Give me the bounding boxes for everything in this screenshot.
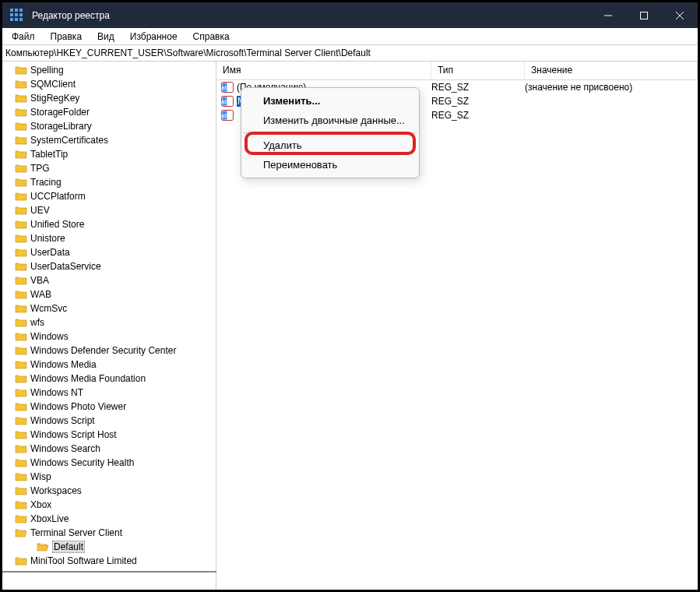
- tree-item[interactable]: UserDataService: [2, 259, 216, 273]
- tree-item-label: UCCPlatform: [30, 191, 86, 202]
- tree-item[interactable]: Windows Media Foundation: [2, 372, 216, 386]
- tree-item[interactable]: Tracing: [2, 175, 216, 189]
- value-data: (значение не присвоено): [525, 82, 698, 93]
- tree-item-label: Spelling: [30, 65, 64, 76]
- tree-item[interactable]: StorageFolder: [2, 105, 216, 119]
- tree-item-label: Windows Media: [30, 359, 97, 370]
- tree-item-label: Xbox: [30, 499, 51, 510]
- tree-item[interactable]: Windows NT: [2, 386, 216, 400]
- tree-item-label: StorageFolder: [30, 107, 90, 118]
- ctx-delete[interactable]: Удалить: [241, 136, 419, 155]
- tree-item[interactable]: VBA: [2, 273, 216, 287]
- tree-item[interactable]: Xbox: [2, 498, 216, 512]
- menu-view[interactable]: Вид: [90, 30, 122, 44]
- close-button[interactable]: [662, 2, 698, 28]
- address-path: Компьютер\HKEY_CURRENT_USER\Software\Mic…: [5, 48, 371, 58]
- tree-item-label: Windows Defender Security Center: [30, 345, 176, 356]
- value-type: REG_SZ: [431, 82, 525, 93]
- tree-item[interactable]: Windows Defender Security Center: [2, 344, 216, 358]
- menu-edit[interactable]: Правка: [43, 30, 90, 44]
- tree-item[interactable]: WAB: [2, 287, 216, 301]
- tree-item[interactable]: SystemCertificates: [2, 133, 216, 147]
- app-icon: [10, 9, 24, 23]
- svg-text:ab: ab: [221, 112, 228, 119]
- tree-item-label: SQMClient: [30, 79, 76, 90]
- minimize-icon: [604, 12, 612, 19]
- ctx-modify[interactable]: Изменить...: [241, 91, 419, 111]
- tree-item[interactable]: XboxLive: [2, 512, 216, 526]
- tree-item-label: Windows Search: [30, 443, 100, 454]
- values-panel[interactable]: Имя Тип Значение ab(По умолчанию)REG_SZ(…: [216, 62, 698, 590]
- menu-help[interactable]: Справка: [185, 30, 237, 44]
- tree-item[interactable]: WcmSvc: [2, 301, 216, 315]
- tree-item[interactable]: TPG: [2, 161, 216, 175]
- tree-item-label: Default: [52, 541, 85, 553]
- ctx-rename[interactable]: Переименовать: [241, 155, 419, 174]
- tree-item[interactable]: Windows Script: [2, 414, 216, 428]
- tree-item-label: Windows NT: [30, 387, 83, 398]
- tree-item-label: Windows: [30, 331, 69, 342]
- tree-item[interactable]: Windows Security Health: [2, 456, 216, 470]
- tree-item[interactable]: StigRegKey: [2, 91, 216, 105]
- tree-item[interactable]: Wisp: [2, 470, 216, 484]
- col-header-name[interactable]: Имя: [216, 62, 431, 79]
- tree-item[interactable]: Default: [2, 540, 216, 554]
- tree-item-label: Workspaces: [30, 485, 82, 496]
- svg-rect-1: [641, 12, 648, 19]
- menu-file[interactable]: Файл: [4, 30, 43, 44]
- tree-item-label: StigRegKey: [30, 93, 79, 104]
- tree-item[interactable]: Unified Store: [2, 217, 216, 231]
- tree-item[interactable]: Windows Script Host: [2, 428, 216, 442]
- tree-item[interactable]: Spelling: [2, 63, 216, 77]
- tree-item-label: SystemCertificates: [30, 135, 108, 146]
- tree-item[interactable]: Unistore: [2, 231, 216, 245]
- tree-item[interactable]: Terminal Server Client: [2, 526, 216, 540]
- tree-panel[interactable]: SpellingSQMClientStigRegKeyStorageFolder…: [2, 62, 216, 590]
- tree-item-label: Windows Photo Viewer: [30, 401, 126, 412]
- tree-item[interactable]: UserData: [2, 245, 216, 259]
- tree-item[interactable]: Windows Photo Viewer: [2, 400, 216, 414]
- tree-item-label: Windows Security Health: [30, 457, 134, 468]
- tree-item[interactable]: TabletTip: [2, 147, 216, 161]
- tree-item-label: Unified Store: [30, 219, 84, 230]
- tree-item-label: Windows Script: [30, 415, 95, 426]
- col-header-value[interactable]: Значение: [525, 62, 698, 79]
- maximize-button[interactable]: [626, 2, 662, 28]
- value-type: REG_SZ: [431, 110, 525, 121]
- address-bar[interactable]: Компьютер\HKEY_CURRENT_USER\Software\Mic…: [2, 44, 698, 62]
- tree-item[interactable]: wfs: [2, 315, 216, 329]
- tree-item[interactable]: Windows Media: [2, 358, 216, 372]
- ctx-modify-binary[interactable]: Изменить двоичные данные...: [241, 111, 419, 130]
- tree-item-label: UserData: [30, 247, 70, 258]
- value-type: REG_SZ: [431, 96, 525, 107]
- tree-item[interactable]: UCCPlatform: [2, 189, 216, 203]
- tree-item[interactable]: Windows Search: [2, 442, 216, 456]
- tree-item-label: Windows Media Foundation: [30, 373, 146, 384]
- list-header: Имя Тип Значение: [216, 62, 698, 80]
- tree-item-label: Terminal Server Client: [30, 527, 122, 538]
- tree-item-label: UEV: [30, 205, 50, 216]
- svg-text:ab: ab: [221, 84, 228, 91]
- tree-item-label: WcmSvc: [30, 303, 67, 314]
- menu-favorites[interactable]: Избранное: [122, 30, 185, 44]
- tree-item-label: wfs: [30, 317, 44, 328]
- tree-item-label: XboxLive: [30, 513, 69, 524]
- menubar: Файл Правка Вид Избранное Справка: [2, 28, 698, 44]
- tree-item[interactable]: SQMClient: [2, 77, 216, 91]
- titlebar[interactable]: Редактор реестра: [2, 2, 698, 28]
- tree-item[interactable]: Windows: [2, 329, 216, 344]
- tree-item-label: Windows Script Host: [30, 429, 117, 440]
- tree-item[interactable]: Workspaces: [2, 484, 216, 498]
- minimize-button[interactable]: [590, 2, 626, 28]
- close-icon: [676, 12, 684, 19]
- tree-item-label: Wisp: [30, 471, 51, 482]
- col-header-type[interactable]: Тип: [431, 62, 525, 79]
- tree-item-label: TPG: [30, 163, 50, 174]
- context-menu: Изменить... Изменить двоичные данные... …: [241, 87, 420, 178]
- tree-item[interactable]: StorageLibrary: [2, 119, 216, 133]
- splitter[interactable]: [2, 571, 216, 576]
- tree-item-label: Tracing: [30, 177, 62, 188]
- tree-item-label: VBA: [30, 275, 49, 286]
- tree-item[interactable]: MiniTool Software Limited: [2, 554, 216, 568]
- tree-item[interactable]: UEV: [2, 203, 216, 217]
